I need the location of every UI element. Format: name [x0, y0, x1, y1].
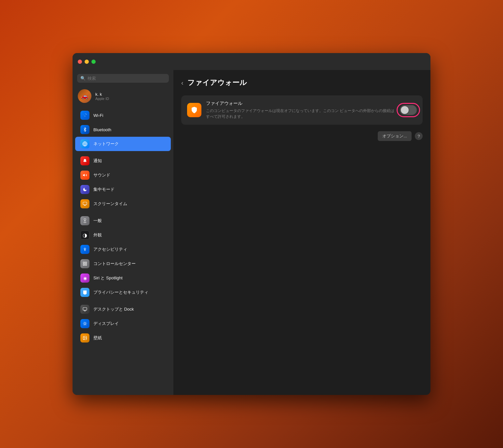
system-preferences-window: 🔍 🚗 k. k Apple ID Wi-Fi Bl — [73, 53, 430, 395]
bluetooth-icon — [80, 125, 89, 134]
maximize-button[interactable] — [91, 60, 96, 64]
sidebar-item-label-desktop: デスクトップと Dock — [93, 306, 134, 312]
sound-icon — [80, 171, 89, 180]
sidebar-item-accessibility[interactable]: アクセシビリティ — [75, 242, 171, 257]
firewall-text: ファイアウォール このコンピュータのファイアウォールは現在オフになっています。こ… — [206, 101, 395, 119]
firewall-icon — [187, 103, 201, 117]
privacy-icon — [80, 288, 89, 297]
toggle-container — [400, 105, 417, 115]
svg-rect-9 — [85, 262, 87, 263]
sidebar-item-network[interactable]: ネットワーク — [75, 137, 171, 151]
help-button[interactable]: ? — [415, 132, 423, 140]
avatar: 🚗 — [78, 89, 91, 103]
sidebar-item-screentime[interactable]: スクリーンタイム — [75, 197, 171, 211]
sidebar-item-wallpaper[interactable]: 壁紙 — [75, 331, 171, 345]
notification-icon — [80, 156, 89, 165]
desktop-icon — [80, 305, 89, 314]
back-button[interactable]: ‹ — [181, 79, 184, 87]
sidebar-item-label-siri: Siri と Spotlight — [93, 275, 123, 281]
svg-line-23 — [86, 322, 87, 322]
sidebar-item-sound[interactable]: サウンド — [75, 168, 171, 182]
sidebar-item-wifi[interactable]: Wi-Fi — [75, 108, 171, 122]
sidebar-item-label-bluetooth: Bluetooth — [93, 127, 111, 132]
sidebar-item-controlcenter[interactable]: コントロールセンター — [75, 257, 171, 271]
controlcenter-icon — [80, 259, 89, 268]
sidebar-item-label-accessibility: アクセシビリティ — [93, 246, 127, 252]
options-row: オプション... ? — [181, 131, 423, 141]
sidebar-item-label-appearance: 外観 — [93, 232, 102, 238]
svg-marker-2 — [83, 174, 85, 176]
svg-rect-10 — [85, 264, 87, 265]
wallpaper-icon — [80, 333, 89, 343]
svg-line-19 — [86, 325, 87, 325]
svg-point-15 — [84, 323, 86, 325]
siri-icon: ◉ — [80, 273, 89, 283]
svg-rect-12 — [83, 308, 87, 310]
close-button[interactable] — [78, 60, 82, 64]
main-panel: ‹ ファイアウォール ファイアウォール このコンピュータのファイアウォールは現在… — [173, 70, 430, 395]
sidebar-item-label-display: ディスプレイ — [93, 321, 119, 327]
sidebar-item-label-wifi: Wi-Fi — [93, 113, 103, 118]
search-icon: 🔍 — [80, 76, 86, 81]
svg-point-7 — [85, 248, 85, 248]
sidebar-item-display[interactable]: ディスプレイ — [75, 316, 171, 331]
options-button[interactable]: オプション... — [378, 131, 412, 141]
svg-line-18 — [83, 322, 84, 322]
accessibility-icon — [80, 245, 89, 254]
sidebar-item-label-notification: 通知 — [93, 158, 102, 164]
svg-rect-8 — [83, 262, 85, 263]
sidebar-item-label-network: ネットワーク — [93, 141, 119, 147]
sidebar-item-label-privacy: プライバシーとセキュリティ — [93, 289, 148, 295]
display-icon — [80, 319, 89, 328]
firewall-title: ファイアウォール — [206, 101, 395, 106]
search-input[interactable] — [88, 76, 166, 81]
sidebar-item-label-screentime: スクリーンタイム — [93, 201, 127, 207]
svg-point-6 — [84, 220, 86, 221]
sidebar-item-label-sound: サウンド — [93, 172, 110, 178]
sidebar-item-general[interactable]: 一般 — [75, 214, 171, 228]
appearance-icon: ◑ — [80, 231, 89, 240]
sidebar-item-label-controlcenter: コントロールセンター — [93, 261, 136, 267]
firewall-card: ファイアウォール このコンピュータのファイアウォールは現在オフになっています。こ… — [181, 95, 423, 125]
user-subtitle: Apple ID — [95, 97, 109, 101]
main-content: 🔍 🚗 k. k Apple ID Wi-Fi Bl — [73, 70, 430, 395]
sidebar-item-bluetooth[interactable]: Bluetooth — [75, 122, 171, 137]
sidebar: 🔍 🚗 k. k Apple ID Wi-Fi Bl — [73, 70, 173, 395]
sidebar-item-appearance[interactable]: ◑ 外観 — [75, 228, 171, 242]
panel-header: ‹ ファイアウォール — [181, 78, 423, 88]
general-icon — [80, 216, 89, 225]
svg-line-22 — [83, 325, 84, 325]
sidebar-item-label-general: 一般 — [93, 218, 102, 224]
minimize-button[interactable] — [85, 60, 89, 64]
sidebar-item-privacy[interactable]: プライバシーとセキュリティ — [75, 285, 171, 300]
user-info: k. k Apple ID — [95, 92, 109, 101]
svg-rect-3 — [83, 202, 87, 205]
svg-rect-11 — [83, 264, 85, 265]
user-section[interactable]: 🚗 k. k Apple ID — [73, 87, 173, 105]
sidebar-item-notification[interactable]: 通知 — [75, 154, 171, 168]
user-name: k. k — [95, 92, 109, 97]
sidebar-item-desktop[interactable]: デスクトップと Dock — [75, 302, 171, 316]
sidebar-item-label-focus: 集中モード — [93, 187, 115, 192]
toggle-knob — [401, 106, 409, 114]
network-icon — [80, 139, 89, 148]
sidebar-item-siri[interactable]: ◉ Siri と Spotlight — [75, 271, 171, 285]
traffic-lights — [78, 60, 96, 64]
firewall-toggle[interactable] — [400, 105, 417, 115]
sidebar-item-focus[interactable]: 集中モード — [75, 182, 171, 197]
firewall-description: このコンピュータのファイアウォールは現在オフになっています。このコン ピュータへ… — [206, 108, 395, 119]
screentime-icon — [80, 199, 89, 208]
sidebar-item-label-wallpaper: 壁紙 — [93, 335, 102, 341]
wifi-icon — [80, 111, 89, 120]
focus-icon — [80, 185, 89, 194]
svg-point-25 — [84, 337, 85, 338]
panel-title: ファイアウォール — [187, 78, 247, 88]
titlebar — [73, 53, 430, 70]
search-bar[interactable]: 🔍 — [77, 74, 169, 83]
